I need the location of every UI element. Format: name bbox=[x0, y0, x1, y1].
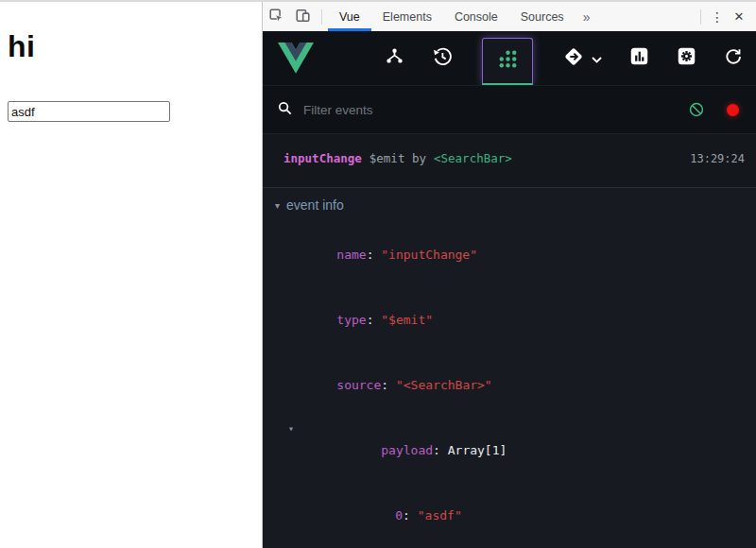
components-tree-icon bbox=[385, 46, 404, 70]
routing-diamond-icon bbox=[562, 45, 585, 72]
web-page: hi bbox=[0, 2, 262, 548]
refresh-button[interactable] bbox=[724, 47, 743, 70]
browser-window: hi bbox=[0, 0, 756, 548]
close-icon[interactable]: ✕ bbox=[728, 9, 750, 24]
record-dot-icon[interactable] bbox=[727, 104, 739, 116]
event-list: inputChange $emit by <SearchBar> 13:29:2… bbox=[263, 133, 756, 187]
field-key: 0 bbox=[395, 508, 403, 522]
event-info-field-row: source: "<SearchBar>" bbox=[263, 352, 756, 418]
event-name: inputChange bbox=[284, 151, 362, 165]
field-key: name bbox=[336, 248, 366, 262]
event-list-row[interactable]: inputChange $emit by <SearchBar> 13:29:2… bbox=[263, 140, 756, 177]
events-dots-icon bbox=[497, 48, 519, 74]
routing-tab-button[interactable] bbox=[562, 45, 602, 72]
search-input[interactable] bbox=[8, 101, 170, 122]
event-info-title: event info bbox=[286, 197, 344, 213]
history-icon bbox=[432, 46, 453, 71]
divider bbox=[321, 9, 322, 25]
vue-toolbar bbox=[263, 31, 756, 85]
tab-elements[interactable]: Elements bbox=[371, 2, 443, 31]
event-timestamp: 13:29:24 bbox=[690, 152, 745, 165]
field-value: Array[1] bbox=[448, 443, 507, 457]
vue-toolbar-icons bbox=[385, 31, 743, 85]
vue-logo-icon bbox=[278, 43, 314, 77]
refresh-icon bbox=[724, 47, 743, 70]
page-title: hi bbox=[8, 29, 254, 64]
field-value: "<SearchBar>" bbox=[396, 378, 492, 392]
event-info-fields: name: "inputChange" type: "$emit" source… bbox=[263, 222, 756, 548]
components-tab-button[interactable] bbox=[385, 46, 404, 70]
event-list-row[interactable]: inputChange $emit by <SearchBar> 13:29:2… bbox=[263, 177, 756, 187]
inspect-element-button[interactable] bbox=[263, 2, 289, 31]
settings-gear-icon bbox=[677, 46, 696, 70]
event-info-field-row: type: "$emit" bbox=[263, 287, 756, 352]
inspect-cursor-icon bbox=[268, 8, 284, 26]
event-meta: $emit by bbox=[369, 151, 426, 165]
device-toolbar-icon bbox=[295, 8, 311, 26]
caret-down-icon: ▾ bbox=[275, 200, 280, 211]
settings-tab-button[interactable] bbox=[677, 46, 696, 70]
tab-vue[interactable]: Vue bbox=[328, 2, 371, 31]
device-toolbar-button[interactable] bbox=[289, 2, 316, 31]
field-value: "asdf" bbox=[418, 508, 462, 522]
filter-events-input[interactable] bbox=[301, 102, 689, 118]
field-key: type bbox=[336, 313, 366, 327]
event-info-field-row: name: "inputChange" bbox=[263, 222, 756, 287]
devtools-tabs: VueElementsConsoleSources bbox=[328, 2, 576, 31]
field-key: source bbox=[336, 378, 381, 392]
performance-tab-button[interactable] bbox=[629, 46, 649, 70]
event-info-panel: ▾ event info name: "inputChange" type: "… bbox=[263, 187, 756, 548]
field-value: "$emit" bbox=[381, 313, 433, 327]
bar-chart-icon bbox=[629, 46, 649, 70]
devtools-panel: VueElementsConsoleSources » ⋮ ✕ bbox=[262, 2, 756, 548]
kebab-menu-icon[interactable]: ⋮ bbox=[707, 9, 728, 25]
event-source-component: <SearchBar> bbox=[434, 151, 512, 165]
more-tabs-button[interactable]: » bbox=[576, 2, 598, 31]
devtools-tabbar: VueElementsConsoleSources » ⋮ ✕ bbox=[263, 2, 756, 31]
filter-bar bbox=[263, 85, 756, 133]
chevron-down-icon bbox=[592, 50, 602, 67]
payload-row[interactable]: ▾payload: Array[1] bbox=[263, 418, 756, 483]
payload-item-row[interactable]: 0: "asdf" bbox=[263, 483, 756, 548]
event-info-header[interactable]: ▾ event info bbox=[263, 197, 756, 213]
caret-down-icon: ▾ bbox=[288, 418, 294, 439]
vuex-tab-button[interactable] bbox=[432, 46, 453, 71]
devtools-tabbar-right: ⋮ ✕ bbox=[695, 2, 756, 31]
events-tab-button[interactable] bbox=[482, 38, 533, 85]
field-value: "inputChange" bbox=[381, 248, 477, 262]
field-key: payload bbox=[381, 443, 433, 457]
tab-sources[interactable]: Sources bbox=[509, 2, 576, 31]
clear-ban-icon[interactable] bbox=[689, 102, 704, 117]
search-icon bbox=[278, 101, 292, 119]
divider bbox=[700, 9, 701, 25]
tab-console[interactable]: Console bbox=[443, 2, 509, 31]
